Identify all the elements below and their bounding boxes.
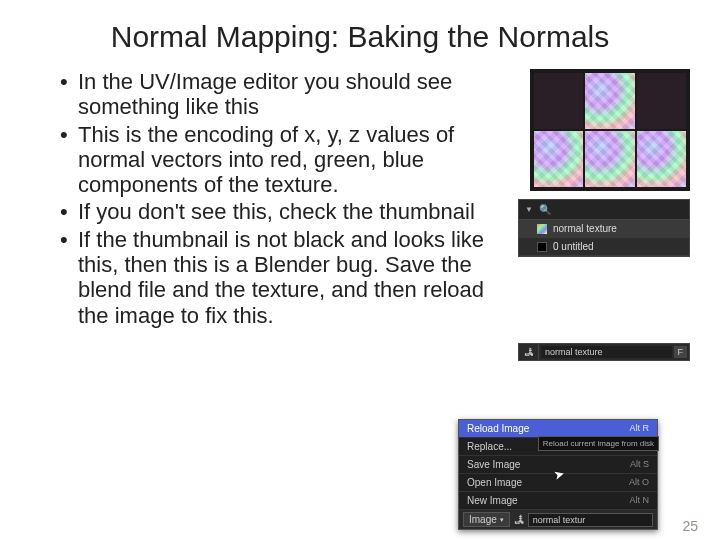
menu-item-label: New Image bbox=[467, 495, 518, 506]
image-column: ▼ 🔍 normal texture 0 untitled 🏞 normal t… bbox=[518, 69, 690, 361]
menu-item-shortcut: Alt S bbox=[630, 459, 649, 470]
image-name-field[interactable]: normal texture bbox=[541, 346, 672, 358]
menu-footer: Image ▾ 🏞 normal textur bbox=[459, 510, 657, 529]
menu-item-shortcut: Alt R bbox=[629, 423, 649, 434]
tooltip: Reload current image from disk bbox=[538, 436, 659, 451]
bullet-list: In the UV/Image editor you should see so… bbox=[60, 69, 518, 361]
bullet-item: If you don't see this, check the thumbna… bbox=[60, 199, 506, 224]
dropdown-label: Image bbox=[469, 514, 497, 525]
image-datablock-field[interactable]: 🏞 normal texture F bbox=[518, 343, 690, 361]
bullet-item: This is the encoding of x, y, z values o… bbox=[60, 122, 506, 198]
image-name-field[interactable]: normal textur bbox=[528, 513, 653, 527]
normal-map-preview bbox=[530, 69, 690, 191]
uv-list-item[interactable]: normal texture bbox=[519, 220, 689, 238]
menu-item-open-image[interactable]: Open Image Alt O bbox=[459, 474, 657, 492]
menu-item-label: Open Image bbox=[467, 477, 522, 488]
menu-item-label: Replace... bbox=[467, 441, 512, 452]
content-row: In the UV/Image editor you should see so… bbox=[0, 64, 720, 361]
menu-item-label: Reload Image bbox=[467, 423, 529, 434]
chevron-down-icon: ▾ bbox=[500, 516, 504, 524]
thumbnail-icon bbox=[537, 242, 547, 252]
menu-item-shortcut: Alt O bbox=[629, 477, 649, 488]
menu-item-save-image[interactable]: Save Image Alt S bbox=[459, 456, 657, 474]
panel-header[interactable]: ▼ 🔍 bbox=[519, 200, 689, 220]
image-menu-dropdown[interactable]: Image ▾ bbox=[463, 512, 510, 527]
chevron-down-icon: ▼ bbox=[525, 205, 533, 214]
menu-item-new-image[interactable]: New Image Alt N bbox=[459, 492, 657, 510]
image-icon[interactable]: 🏞 bbox=[514, 514, 524, 525]
search-icon: 🔍 bbox=[539, 204, 551, 215]
image-context-menu: Reload Image Alt R Reload current image … bbox=[458, 419, 658, 530]
bullet-item: If the thumbnail is not black and looks … bbox=[60, 227, 506, 328]
uv-list-panel: ▼ 🔍 normal texture 0 untitled bbox=[518, 199, 690, 257]
bullet-item: In the UV/Image editor you should see so… bbox=[60, 69, 506, 120]
uv-list-item[interactable]: 0 untitled bbox=[519, 238, 689, 256]
fake-user-button[interactable]: F bbox=[674, 346, 688, 358]
menu-item-shortcut: Alt N bbox=[629, 495, 649, 506]
page-number: 25 bbox=[682, 518, 698, 534]
image-browse-icon[interactable]: 🏞 bbox=[519, 344, 539, 360]
page-title: Normal Mapping: Baking the Normals bbox=[0, 0, 720, 64]
uv-item-label: normal texture bbox=[553, 223, 617, 234]
uv-item-label: 0 untitled bbox=[553, 241, 594, 252]
menu-item-label: Save Image bbox=[467, 459, 520, 470]
thumbnail-icon bbox=[537, 224, 547, 234]
